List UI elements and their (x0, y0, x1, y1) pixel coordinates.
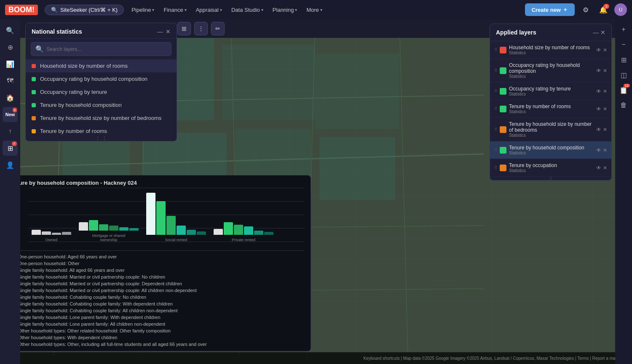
sidebar-item-new[interactable]: New 4 (3, 107, 18, 122)
list-item[interactable]: Occupancy rating by tenure (26, 85, 177, 98)
draw-tool-button[interactable]: ✏ (211, 22, 225, 35)
layer-color-icon (500, 106, 506, 112)
bar (166, 216, 176, 235)
buildings-icon: 🏠 (6, 94, 14, 102)
zoom-out-button[interactable]: − (617, 38, 630, 51)
map-icon: 🗺 (7, 77, 13, 85)
applied-layer-item[interactable]: ⠿ Household size by number of rooms Stat… (490, 41, 611, 59)
panel-title: National statistics (32, 28, 82, 35)
list-item[interactable]: Household size by number of rooms (26, 59, 177, 72)
national-statistics-panel: National statistics — ✕ 🔍 Household size… (25, 23, 177, 141)
bar-group-social: Social rented (146, 193, 206, 242)
bar (254, 231, 263, 235)
user-avatar[interactable]: U (614, 3, 627, 16)
layer-color-indicator (32, 77, 36, 81)
layer-visibility-button[interactable]: 👁 (596, 147, 601, 153)
create-new-button[interactable]: Create new ＋ (525, 3, 575, 16)
bar (264, 232, 273, 235)
list-item[interactable]: Occupancy rating by household compositio… (26, 72, 177, 85)
layer-visibility-button[interactable]: 👁 (596, 127, 601, 133)
bar (89, 220, 98, 231)
sidebar-item-upload[interactable]: ↑ (3, 124, 18, 139)
layer-info: Occupancy rating by tenure Statistics (509, 86, 594, 96)
layer-info: Tenure by household size by number of be… (509, 121, 594, 138)
applied-layer-item[interactable]: ⠿ Tenure by household size by number of … (490, 118, 611, 141)
sidebar-item-user[interactable]: 👤 (3, 157, 18, 173)
layer-remove-button[interactable]: ✕ (603, 147, 607, 153)
chevron-down-icon: ▾ (220, 8, 222, 12)
layer-visibility-button[interactable]: 👁 (596, 68, 601, 74)
applied-layer-item[interactable]: ⠿ Tenure by number of rooms Statistics 👁… (490, 100, 611, 118)
layer-color-indicator (32, 103, 36, 107)
layer-visibility-button[interactable]: 👁 (596, 165, 601, 171)
close-applied-button[interactable]: ✕ (600, 29, 605, 36)
bar (146, 193, 155, 235)
avatar-initials: U (619, 7, 623, 13)
minimize-panel-button[interactable]: — (157, 28, 163, 35)
split-view-button[interactable]: ◫ (617, 68, 630, 82)
sidebar-item-add[interactable]: ⊕ (3, 40, 18, 55)
layer-search-bar[interactable]: 🔍 (31, 42, 171, 56)
nav-right: Create new ＋ ⚙ 🔔 3 U (525, 3, 627, 16)
close-panel-button[interactable]: ✕ (166, 28, 171, 35)
sidebar-item-buildings[interactable]: 🏠 (3, 90, 18, 105)
list-item: Other household types: Other related hou… (10, 327, 305, 334)
nav-data-studio[interactable]: Data Studio ▾ (227, 4, 268, 16)
resize-handle-bottom[interactable]: ⠿ (490, 177, 611, 180)
layer-search-input[interactable] (46, 46, 167, 52)
nav-finance[interactable]: Finance ▾ (159, 4, 190, 16)
list-item: Other household types: With dependent ch… (10, 334, 305, 341)
map-toggle-button[interactable]: ⊞ (177, 22, 191, 35)
upload-icon: ↑ (8, 128, 12, 135)
layer-visibility-button[interactable]: 👁 (596, 47, 601, 53)
layer-remove-button[interactable]: ✕ (603, 47, 607, 53)
trash-button[interactable]: 🗑 (617, 98, 630, 112)
chart-legend: One-person household: Aged 66 years and … (4, 251, 311, 351)
list-item: Other household types: Other, including … (10, 341, 305, 348)
list-item: Single family household: Lone parent fam… (10, 314, 305, 321)
layer-remove-button[interactable]: ✕ (603, 165, 607, 171)
grid-view-button[interactable]: ⊞ (617, 53, 630, 66)
minimize-applied-button[interactable]: — (593, 29, 599, 36)
sidebar-item-map[interactable]: 🗺 (3, 73, 18, 88)
svg-line-6 (399, 19, 408, 356)
more-options-button[interactable]: ⋮ (194, 22, 208, 35)
sidebar-item-search[interactable]: 🔍 (3, 23, 18, 38)
nav-planning[interactable]: Planning ▾ (268, 4, 302, 16)
zoom-in-button[interactable]: + (617, 23, 630, 36)
layer-remove-button[interactable]: ✕ (603, 127, 607, 133)
applied-layer-item[interactable]: ⠿ Occupancy rating by household composit… (490, 59, 611, 82)
minus-icon: − (621, 41, 625, 48)
list-item: Single family household: Married or civi… (10, 280, 305, 287)
siteseeker-top-button[interactable]: 🔍 SiteSeeker (Ctrl/⌘ + K) (45, 5, 124, 15)
bar-group-label: Owned (46, 238, 58, 242)
settings-button[interactable]: ⚙ (579, 3, 592, 16)
grid-icon: ⊞ (182, 25, 187, 32)
layer-info: Occupancy rating by household compositio… (509, 62, 594, 79)
layer-visibility-button[interactable]: 👁 (596, 88, 601, 94)
applied-layer-item[interactable]: ⠿ Occupancy rating by tenure Statistics … (490, 82, 611, 100)
notes-button[interactable]: 📋 12 (617, 83, 630, 97)
list-item: Single family household: Cohabiting coup… (10, 300, 305, 307)
search-icon: 🔍 (35, 45, 44, 53)
notifications-button[interactable]: 🔔 3 (597, 3, 610, 16)
layer-remove-button[interactable]: ✕ (603, 106, 607, 112)
list-item: Single family household: Cohabiting coup… (10, 307, 305, 314)
applied-layer-item[interactable]: ⠿ Tenure by occupation Statistics 👁 ✕ (490, 159, 611, 177)
sidebar-item-layers[interactable]: ⊞ 7 (3, 141, 18, 156)
chart-panel: Tenure by household composition - Hackne… (3, 175, 311, 351)
nav-more[interactable]: More ▾ (302, 4, 327, 16)
list-item: Single family household: Lone parent fam… (10, 321, 305, 327)
list-item[interactable]: Tenure by household composition (26, 98, 177, 112)
nav-appraisal[interactable]: Appraisal ▾ (192, 4, 226, 16)
sidebar-item-data[interactable]: 📊 (3, 56, 18, 72)
layer-visibility-button[interactable]: 👁 (596, 106, 601, 112)
layer-remove-button[interactable]: ✕ (603, 88, 607, 94)
layer-color-indicator (32, 64, 36, 68)
resize-handle[interactable]: ⋮⋮ (26, 138, 177, 141)
list-item[interactable]: Tenure by household size by number of be… (26, 112, 177, 125)
applied-layer-item[interactable]: ⠿ Tenure by household composition Statis… (490, 141, 611, 159)
chart-icon: 📊 (6, 60, 14, 68)
layer-remove-button[interactable]: ✕ (603, 68, 607, 74)
nav-pipeline[interactable]: Pipeline ▾ (127, 4, 158, 16)
